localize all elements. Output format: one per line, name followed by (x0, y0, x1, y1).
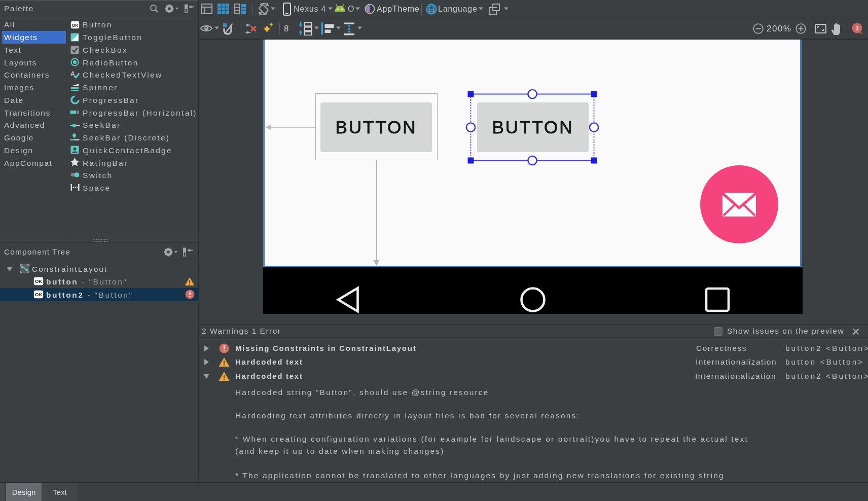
svg-text:OK: OK (71, 23, 79, 28)
svg-text:3: 3 (855, 25, 858, 31)
svg-text:OK: OK (35, 292, 42, 297)
svg-text:OK: OK (35, 278, 42, 284)
